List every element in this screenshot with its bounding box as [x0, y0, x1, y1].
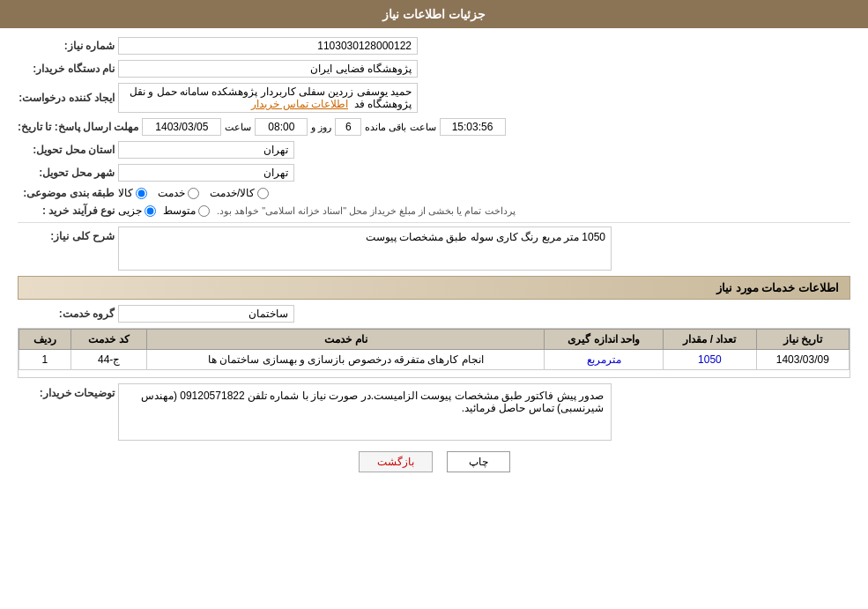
purchase-type-partial[interactable]: جزیی [118, 204, 156, 217]
col-unit: واحد اندازه گیری [545, 330, 664, 350]
content-area: 1103030128000122 شماره نیاز: پژوهشگاه فض… [0, 28, 868, 492]
service-group-row: ساختمان گروه خدمت: [18, 305, 850, 323]
category-kala-khidmat-label: کالا/خدمت [210, 187, 255, 199]
service-group-value: ساختمان [118, 305, 294, 323]
notes-label: توضیحات خریدار: [18, 387, 115, 399]
category-row: کالا/خدمت خدمت کالا طبقه بندی موضوعی: [18, 187, 850, 199]
days-value: 6 [335, 118, 361, 136]
creator-value: حمید یوسفی زردین سفلی کاربردار پژوهشکده … [118, 83, 418, 113]
purchase-type-medium-radio[interactable] [198, 205, 210, 217]
cell-quantity: 1050 [664, 350, 756, 370]
purchase-type-partial-radio[interactable] [145, 205, 156, 217]
province-label: استان محل تحویل: [18, 144, 115, 156]
category-kala-khidmat-radio[interactable] [257, 188, 269, 199]
number-value: 1103030128000122 [118, 37, 418, 55]
category-kala-label: کالا [118, 187, 133, 199]
time-label: ساعت [225, 122, 251, 133]
table-row: 1403/03/09 1050 مترمربع انجام کارهای متف… [19, 350, 849, 370]
col-quantity: تعداد / مقدار [664, 330, 756, 350]
services-section-title: اطلاعات خدمات مورد نیاز [716, 281, 839, 294]
number-label: شماره نیاز: [18, 40, 115, 52]
remaining-label: ساعت باقی مانده [365, 122, 435, 133]
deadline-group: 15:03:56 ساعت باقی مانده 6 روز و 08:00 س… [142, 118, 505, 136]
cell-date: 1403/03/09 [756, 350, 849, 370]
deadline-date: 1403/03/05 [142, 118, 221, 136]
description-textarea[interactable] [118, 227, 612, 271]
purchase-type-row: پرداخت تمام یا بخشی از مبلغ خریداز محل "… [18, 204, 850, 217]
print-button[interactable]: چاپ [447, 451, 510, 472]
cell-row: 1 [19, 350, 71, 370]
purchase-type-medium[interactable]: متوسط [163, 204, 210, 217]
creator-row: حمید یوسفی زردین سفلی کاربردار پژوهشکده … [18, 83, 850, 113]
category-radio-group: کالا/خدمت خدمت کالا [118, 187, 269, 199]
service-table-container: تاریخ نیاز تعداد / مقدار واحد اندازه گیر… [18, 328, 850, 378]
description-row: شرح کلی نیاز: [18, 227, 850, 271]
col-row: ردیف [19, 330, 71, 350]
notes-row: توضیحات خریدار: [18, 383, 850, 441]
purchase-type-label: نوع فرآیند خرید : [18, 204, 115, 217]
category-khidmat[interactable]: خدمت [158, 187, 199, 199]
province-value: تهران [118, 141, 294, 159]
back-button[interactable]: بازگشت [359, 451, 433, 472]
table-header-row: تاریخ نیاز تعداد / مقدار واحد اندازه گیر… [19, 330, 849, 350]
service-table: تاریخ نیاز تعداد / مقدار واحد اندازه گیر… [19, 329, 849, 370]
time-value: 08:00 [255, 118, 308, 136]
purchase-note: پرداخت تمام یا بخشی از مبلغ خریداز محل "… [217, 205, 516, 217]
number-row: 1103030128000122 شماره نیاز: [18, 37, 850, 55]
city-row: تهران شهر محل تحویل: [18, 164, 850, 182]
bottom-buttons: چاپ بازگشت [18, 451, 850, 472]
cell-service-code: ج-44 [70, 350, 147, 370]
category-khidmat-label: خدمت [158, 187, 185, 199]
category-kala[interactable]: کالا [118, 187, 147, 199]
creator-link[interactable]: اطلاعات تماس خریدار [251, 98, 348, 110]
col-service-name: نام خدمت [147, 330, 545, 350]
category-kala-radio[interactable] [136, 188, 147, 199]
page-wrapper: جزئیات اطلاعات نیاز 1103030128000122 شما… [0, 0, 868, 609]
page-title: جزئیات اطلاعات نیاز [382, 7, 486, 21]
cell-service-name: انجام کارهای متفرقه درخصوص بازسازی و بهس… [147, 350, 545, 370]
category-kala-khidmat[interactable]: کالا/خدمت [210, 187, 269, 199]
service-group-label: گروه خدمت: [18, 308, 115, 320]
creator-label: ایجاد کننده درخواست: [18, 92, 115, 104]
page-header: جزئیات اطلاعات نیاز [0, 0, 868, 28]
purchase-type-medium-label: متوسط [163, 204, 196, 217]
services-section-header: اطلاعات خدمات مورد نیاز [18, 276, 850, 300]
purchase-type-group: پرداخت تمام یا بخشی از مبلغ خریداز محل "… [118, 204, 516, 217]
buyer-org-value: پژوهشگاه فضایی ایران [118, 60, 418, 78]
description-label: شرح کلی نیاز: [18, 230, 115, 242]
buyer-org-row: پژوهشگاه فضایی ایران نام دستگاه خریدار: [18, 60, 850, 78]
notes-textarea[interactable] [118, 383, 612, 441]
buyer-org-label: نام دستگاه خریدار: [18, 63, 115, 75]
province-row: تهران استان محل تحویل: [18, 141, 850, 159]
separator1 [18, 222, 850, 223]
days-label: روز و [311, 122, 331, 133]
purchase-type-partial-label: جزیی [118, 204, 142, 217]
col-service-code: کد خدمت [70, 330, 147, 350]
col-date: تاریخ نیاز [756, 330, 849, 350]
deadline-label: مهلت ارسال پاسخ: تا تاریخ: [18, 121, 138, 133]
deadline-row: 15:03:56 ساعت باقی مانده 6 روز و 08:00 س… [18, 118, 850, 136]
category-khidmat-radio[interactable] [188, 188, 199, 199]
remaining-time: 15:03:56 [440, 118, 506, 136]
city-value: تهران [118, 164, 294, 182]
category-label: طبقه بندی موضوعی: [18, 187, 115, 199]
city-label: شهر محل تحویل: [18, 167, 115, 179]
cell-unit: مترمربع [545, 350, 664, 370]
